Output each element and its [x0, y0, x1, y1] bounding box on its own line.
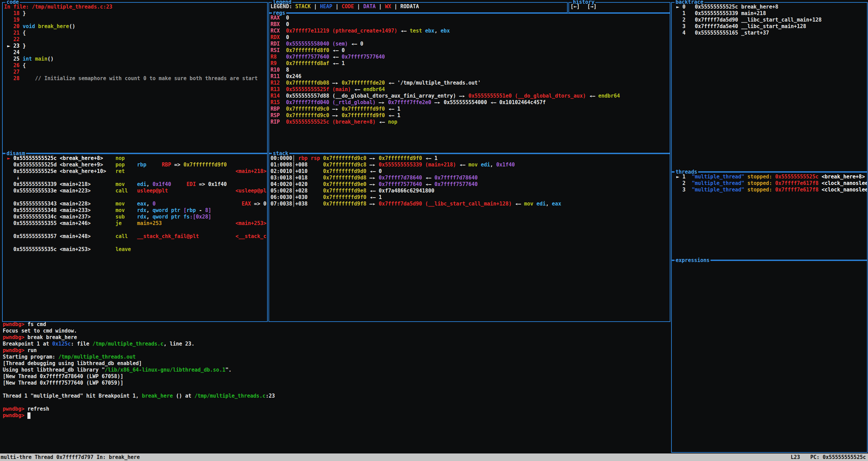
- line: 0x55555555535c <main+253> leave: [4, 246, 266, 253]
- line: R15 0x7ffff7ffd040 (_rtld_global) —▸ 0x7…: [271, 99, 669, 106]
- text-segment: [277, 60, 286, 67]
- line: [Thread debugging using libthread_db ena…: [3, 360, 668, 367]
- text-segment: —▸: [431, 99, 444, 106]
- text-segment: 07:0038: [271, 201, 292, 207]
- text-segment: [818, 174, 821, 180]
- text-segment: : file: [71, 341, 92, 347]
- disassembly-view: ► 0x55555555525c <break_here+8> nop 0x55…: [3, 154, 267, 321]
- text-segment: 0x55555555525e <break_here+10>: [13, 168, 106, 175]
- text-segment: 0x55555555525c (break_here+8): [286, 119, 376, 125]
- text-segment: RBX: [271, 21, 280, 28]
- line: In file: /tmp/multiple_threads.c:23: [4, 4, 266, 10]
- text-segment: // Initialize semaphore with count 0 to …: [35, 75, 257, 82]
- text-segment: 0x7fffffffd9d8: [323, 175, 366, 181]
- text-segment: 0x125c: [52, 341, 71, 347]
- text-segment: [103, 162, 115, 168]
- text-segment: [91, 246, 115, 253]
- text-segment: rbp rsp: [298, 155, 320, 162]
- text-segment: 0x28: [196, 214, 208, 220]
- text-segment: 0x7fffffffd9f0: [342, 106, 385, 112]
- line: 25 int main(): [4, 56, 266, 62]
- text-segment: [91, 188, 115, 194]
- line: R13 0x55555555525f (main) ◂— endbr64: [271, 86, 669, 93]
- text-segment: 0x555555555355 <main+246>: [13, 220, 91, 227]
- text-segment: stopped:: [747, 187, 772, 193]
- text-segment: ◂— 0: [329, 47, 345, 54]
- text-segment: [91, 214, 115, 220]
- text-segment: => 0: [251, 201, 266, 207]
- text-segment: mov: [468, 162, 478, 168]
- text-segment: ◂—: [586, 93, 598, 99]
- history-back-button[interactable]: [←]: [570, 3, 580, 12]
- text-segment: 0: [280, 21, 289, 28]
- text-segment: 0x7fffffffd9f8: [323, 201, 366, 207]
- text-segment: 0x7fffffffd9c0: [286, 112, 329, 119]
- text-segment: 0x1f40: [153, 181, 171, 188]
- gdb-console[interactable]: pwndbg> fs cmdFocus set to cmd window.pw…: [3, 321, 668, 419]
- text-segment: =>: [196, 181, 208, 188]
- text-segment: Using host libthread_db library ": [3, 367, 105, 373]
- text-segment: RDX: [271, 34, 280, 41]
- line: R8 0x7ffff7577640 ◂— 0x7ffff7577640: [271, 54, 669, 60]
- line: 0x555555555357 <main+248> call __stack_c…: [4, 233, 266, 240]
- text-segment: —▸: [366, 175, 379, 181]
- text-segment: ,: [146, 201, 152, 207]
- line: R10 8: [271, 67, 669, 73]
- text-segment: 0x7fffffffd9d0: [323, 168, 366, 175]
- text-segment: [422, 28, 425, 34]
- status-pc-value: PC: 0x55555555525c: [810, 454, 866, 460]
- text-segment: R13: [271, 86, 280, 93]
- text-segment: rdx: [137, 214, 146, 220]
- history-forward-button[interactable]: [→]: [587, 3, 596, 12]
- text-segment: EAX: [242, 201, 251, 207]
- text-segment: 0x7ffff7ffe2e0: [388, 99, 431, 106]
- line: Starting program: /tmp/multiple_threads.…: [3, 354, 668, 360]
- text-segment: /tmp/multiple_threads.c: [194, 393, 266, 399]
- text-segment: [280, 106, 286, 112]
- text-segment: pwndbg>: [3, 334, 27, 341]
- text-segment: [280, 86, 286, 93]
- text-segment: endbr64: [598, 93, 620, 99]
- text-segment: [772, 180, 775, 187]
- text-segment: /tmp/multiple_threads.out: [59, 354, 136, 360]
- line: 0x555555555339 <main+218> mov edi, 0x1f4…: [4, 181, 266, 188]
- text-segment: CODE: [342, 3, 354, 10]
- text-segment: [280, 112, 286, 119]
- text-segment: 0x55555555525c: [775, 174, 818, 180]
- line: RDX 0: [271, 34, 669, 41]
- text-segment: WX: [385, 3, 391, 10]
- text-segment: 0x555555555339 <main+218>: [13, 181, 91, 188]
- text-segment: [4, 201, 13, 207]
- text-segment: [Thread debugging using libthread_db ena…: [3, 360, 142, 367]
- line: [4, 227, 266, 233]
- text-segment: [4, 214, 13, 220]
- text-segment: 06:0030: [271, 194, 292, 201]
- text-segment: ,: [146, 207, 152, 214]
- line: RSP 0x7fffffffd9c0 —▸ 0x7fffffffd9f0 ◂— …: [271, 112, 669, 119]
- text-segment: run: [27, 347, 37, 354]
- line: pwndbg> fs cmd: [3, 321, 668, 328]
- text-segment: 8: [280, 67, 289, 73]
- text-segment: [106, 168, 115, 175]
- line: [New Thread 0x7ffff7577640 (LWP 67059)]: [3, 380, 668, 386]
- line: Thread 1 "multiple_thread" hit Breakpoin…: [3, 393, 668, 399]
- text-segment: [4, 188, 13, 194]
- text-segment: 0x7fffffffd9f0: [184, 162, 227, 168]
- text-segment: [125, 201, 137, 207]
- text-segment: │: [292, 194, 295, 201]
- terminal-cursor[interactable]: [27, 412, 30, 419]
- text-segment: LEGEND:: [271, 3, 295, 10]
- text-segment: [772, 187, 775, 193]
- text-segment: [280, 47, 286, 54]
- text-segment: 20: [4, 23, 23, 30]
- line: 19: [4, 17, 266, 23]
- text-segment: ◂— 1: [385, 106, 400, 112]
- text-segment: :[: [190, 214, 196, 220]
- text-segment: je: [115, 220, 122, 227]
- text-segment: 0x7ffff7577640: [435, 181, 478, 188]
- text-segment: ◂—: [397, 28, 410, 34]
- text-segment: —▸: [329, 112, 342, 119]
- text-segment: —▸: [376, 99, 388, 106]
- text-segment: In file: /tmp/multiple_threads.c:23: [4, 4, 112, 10]
- text-segment: ◂— 1: [366, 194, 382, 201]
